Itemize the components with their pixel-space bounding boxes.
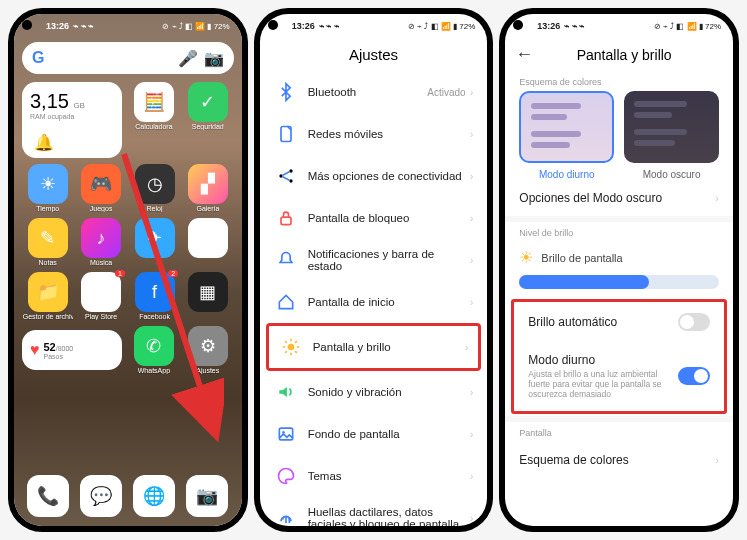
page-title: Pantalla y brillo <box>549 47 699 63</box>
app-Gestor de archivos[interactable]: 📁Gestor de archivos <box>22 272 73 320</box>
chevron-right-icon: › <box>470 428 474 440</box>
setting-temas[interactable]: Temas › <box>264 455 484 497</box>
setting-más-opciones-de-conectividad[interactable]: Más opciones de conectividad › <box>264 155 484 197</box>
setting-redes-móviles[interactable]: Redes móviles › <box>264 113 484 155</box>
app-icon: ♪ <box>81 218 121 258</box>
auto-brightness-row[interactable]: Brillo automático <box>514 302 724 342</box>
setting-label: Más opciones de conectividad <box>308 170 470 182</box>
chevron-right-icon: › <box>715 192 719 204</box>
app-icon: ✆ <box>134 326 174 366</box>
setting-label: Sonido y vibración <box>308 386 470 398</box>
app-icon: ▦ <box>188 272 228 312</box>
dock: 📞💬🌐📷 <box>22 475 234 518</box>
setting-pantalla-de-inicio[interactable]: Pantalla de inicio › <box>264 281 484 323</box>
bell-icon[interactable]: 🔔 <box>30 128 58 156</box>
steps-widget[interactable]: ♥ 52/8000 Pasos <box>22 330 122 370</box>
app-icon: 📞 <box>27 475 69 517</box>
lens-icon[interactable]: 📷 <box>204 49 224 68</box>
app-✈[interactable]: ✈ <box>129 218 180 266</box>
app-messages[interactable]: 💬 <box>80 475 122 518</box>
lock-icon <box>274 206 298 230</box>
brightness-label: Brillo de pantalla <box>541 252 622 264</box>
app-label: WhatsApp <box>138 367 170 374</box>
chevron-right-icon: › <box>470 212 474 224</box>
status-time: 13:26 <box>46 21 69 31</box>
chevron-right-icon: › <box>470 386 474 398</box>
app-browser[interactable]: 🌐 <box>133 475 175 518</box>
app-icon: ▞ <box>188 164 228 204</box>
app-Notas[interactable]: ✎Notas <box>22 218 73 266</box>
app-Facebook[interactable]: f2Facebook <box>129 272 180 320</box>
app-icon: ☀ <box>28 164 68 204</box>
brightness-slider[interactable] <box>519 275 719 289</box>
finger-icon <box>274 506 298 526</box>
app-Galería[interactable]: ▞Galería <box>182 164 233 212</box>
app-phone[interactable]: 📞 <box>27 475 69 518</box>
app-label: Música <box>90 259 112 266</box>
dark-mode-options[interactable]: Opciones del Modo oscuro › <box>505 180 733 216</box>
setting-pantalla-y-brillo[interactable]: Pantalla y brillo › <box>266 323 482 371</box>
setting-pantalla-de-bloqueo[interactable]: Pantalla de bloqueo › <box>264 197 484 239</box>
setting-bluetooth[interactable]: Bluetooth Activado › <box>264 71 484 113</box>
share-icon <box>274 164 298 188</box>
setting-fondo-de-pantalla[interactable]: Fondo de pantalla › <box>264 413 484 455</box>
status-bar: 13:26⌁ ⌁ ⌁ ⊘ ⌁ ⤴ ◧ 📶 ▮ 72% <box>260 14 488 38</box>
scheme-day[interactable]: Modo diurno <box>519 91 614 180</box>
app-▦[interactable]: ▦ <box>182 272 233 320</box>
camera-hole <box>22 20 32 30</box>
app-label: Notas <box>39 259 57 266</box>
chevron-right-icon: › <box>470 296 474 308</box>
auto-brightness-toggle[interactable] <box>678 313 710 331</box>
app-Play Store[interactable]: ▶1Play Store <box>75 272 126 320</box>
chevron-right-icon: › <box>470 254 474 266</box>
app-camera[interactable]: 📷 <box>186 475 228 518</box>
heart-icon: ♥ <box>30 341 40 359</box>
setting-notificaciones-y-barra-de-estado[interactable]: Notificaciones y barra de estado › <box>264 239 484 281</box>
mic-icon[interactable]: 🎤 <box>178 49 198 68</box>
app-Ajustes[interactable]: ⚙Ajustes <box>182 326 234 374</box>
app-icon: 🧮 <box>134 82 174 122</box>
app-icon: f <box>135 272 175 312</box>
setting-label: Redes móviles <box>308 128 470 140</box>
chevron-right-icon: › <box>470 170 474 182</box>
app-icon: 📷 <box>186 475 228 517</box>
section-brightness: Nivel de brillo <box>505 222 733 242</box>
setting-label: Huellas dactilares, datos faciales y blo… <box>308 506 470 526</box>
section-screen: Pantalla <box>505 422 733 442</box>
setting-huellas-dactilares,-datos-faciales-y-bloqueo-de-pantalla[interactable]: Huellas dactilares, datos faciales y blo… <box>264 497 484 526</box>
app-◐[interactable]: ◐ <box>182 218 233 266</box>
chevron-right-icon: › <box>470 86 474 98</box>
camera-hole <box>268 20 278 30</box>
phone-display: 13:26⌁ ⌁ ⌁ ⊘ ⌁ ⤴ ◧ 📶 ▮ 72% ← Pantalla y … <box>499 8 739 532</box>
sim-icon <box>274 122 298 146</box>
app-icon: ✈ <box>135 218 175 258</box>
ram-widget[interactable]: 3,15 GB RAM ocupada 🔔 <box>22 82 122 158</box>
google-search-bar[interactable]: G 🎤 📷 <box>22 42 234 74</box>
day-mode-row[interactable]: Modo diurno Ajusta el brillo a una luz a… <box>514 342 724 411</box>
color-scheme-row[interactable]: Esquema de colores › <box>505 442 733 478</box>
app-Calculadora[interactable]: 🧮Calculadora <box>128 82 180 158</box>
app-icon: ✎ <box>28 218 68 258</box>
day-mode-toggle[interactable] <box>678 367 710 385</box>
app-label: Galería <box>196 205 219 212</box>
app-Música[interactable]: ♪Música <box>75 218 126 266</box>
app-WhatsApp[interactable]: ✆WhatsApp <box>128 326 180 374</box>
app-Reloj[interactable]: ◷Reloj <box>129 164 180 212</box>
setting-label: Temas <box>308 470 470 482</box>
badge: 1 <box>115 270 125 277</box>
setting-sonido-y-vibración[interactable]: Sonido y vibración › <box>264 371 484 413</box>
image-icon <box>274 422 298 446</box>
setting-label: Notificaciones y barra de estado <box>308 248 470 272</box>
badge: 2 <box>168 270 178 277</box>
app-Juegos[interactable]: 🎮Juegos <box>75 164 126 212</box>
app-Seguridad[interactable]: ✓Seguridad <box>182 82 234 158</box>
back-button[interactable]: ← <box>515 44 533 65</box>
bluetooth-icon <box>274 80 298 104</box>
scheme-dark[interactable]: Modo oscuro <box>624 91 719 180</box>
svg-rect-6 <box>281 217 291 225</box>
app-Tiempo[interactable]: ☀Tiempo <box>22 164 73 212</box>
app-label: Juegos <box>90 205 113 212</box>
phone-home: 13:26⌁ ⌁ ⌁ ⊘ ⌁ ⤴ ◧ 📶 ▮ 72% G 🎤 📷 3,15 GB… <box>8 8 248 532</box>
setting-label: Pantalla y brillo <box>313 341 465 353</box>
svg-rect-8 <box>279 428 292 440</box>
